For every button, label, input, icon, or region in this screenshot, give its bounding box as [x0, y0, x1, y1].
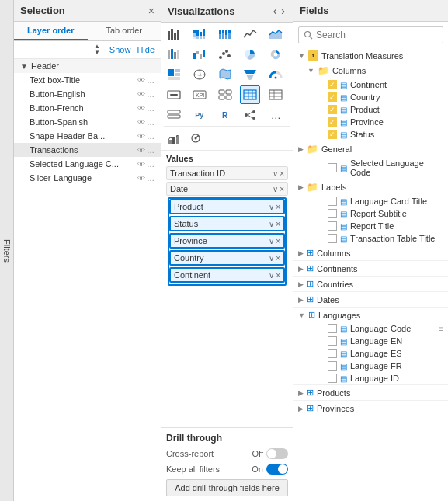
close-icon[interactable]: × [276, 220, 280, 228]
more-icon[interactable]: … [147, 132, 155, 141]
more-icon[interactable]: … [147, 90, 155, 99]
list-item[interactable]: Shape-Header Ba... 👁 … [14, 129, 161, 143]
field-checkbox-report-subtitle[interactable] [328, 209, 337, 218]
value-item-status[interactable]: Status ∨ × [169, 216, 285, 231]
value-item-date[interactable]: Date ∨ × [166, 182, 288, 196]
more-icon[interactable]: … [147, 76, 155, 85]
viz-gauge[interactable] [266, 65, 286, 84]
field-checkbox-report-title[interactable] [328, 221, 337, 231]
tab-layer-order[interactable]: Layer order [14, 22, 88, 40]
field-item-language-code[interactable]: ▤ Language Code ≡ [311, 322, 448, 335]
cross-report-toggle[interactable]: Off [252, 448, 288, 459]
group-header-products[interactable]: ▶ ⊞ Products [293, 385, 448, 400]
field-item-language-es[interactable]: ▤ Language ES [311, 347, 448, 360]
selection-close-button[interactable]: × [148, 5, 155, 16]
viz-stacked-bar[interactable] [189, 25, 210, 43]
eye-icon[interactable]: 👁 [137, 118, 145, 127]
close-icon[interactable]: × [276, 271, 280, 280]
viz-100pct-bar[interactable] [215, 25, 235, 43]
hide-button[interactable]: Hide [137, 45, 155, 54]
arrow-down[interactable]: ▼ [94, 50, 100, 56]
eye-icon[interactable]: 👁 [137, 146, 145, 155]
group-header-general[interactable]: ▶ 📁 General [293, 141, 448, 157]
eye-icon[interactable]: 👁 [137, 104, 145, 113]
folder-header-columns[interactable]: ▼ 📁 Columns [303, 63, 448, 78]
field-item-transaction-table-title[interactable]: ▤ Transaction Table Title [311, 232, 448, 245]
list-item[interactable]: Slicer-Language 👁 … [14, 171, 161, 185]
viz-table[interactable] [240, 85, 260, 104]
field-item-language-en[interactable]: ▤ Language EN [311, 335, 448, 347]
list-item[interactable]: Text box-Title 👁 … [14, 73, 161, 87]
field-checkbox-status[interactable] [328, 130, 337, 139]
chevron-down-icon[interactable]: ∨ [269, 254, 274, 263]
field-item-status[interactable]: ▤ Status [311, 128, 448, 141]
viz-treemap[interactable] [164, 65, 184, 84]
field-item-language-card-title[interactable]: ▤ Language Card Title [311, 195, 448, 207]
viz-multi-row-card[interactable] [215, 85, 235, 104]
field-checkbox-transaction-table-title[interactable] [328, 234, 337, 243]
field-item-language-fr[interactable]: ▤ Language FR [311, 360, 448, 372]
value-item-product[interactable]: Product ∨ × [169, 199, 285, 214]
value-item-province[interactable]: Province ∨ × [169, 233, 285, 249]
nav-left-arrow[interactable]: ‹ [272, 5, 279, 17]
field-checkbox-province[interactable] [328, 117, 337, 127]
list-item[interactable]: Button-French 👁 … [14, 101, 161, 115]
tab-tab-order[interactable]: Tab order [88, 22, 161, 40]
viz-ribbon[interactable] [164, 45, 184, 64]
list-item[interactable]: Selected Language C... 👁 … [14, 157, 161, 171]
viz-filled-map[interactable] [215, 65, 235, 84]
viz-decomp-tree[interactable] [240, 106, 260, 124]
group-header-columns-table[interactable]: ▶ ⊞ Columns [293, 245, 448, 260]
viz-r[interactable]: R [215, 106, 235, 124]
field-item-report-subtitle[interactable]: ▤ Report Subtitle [311, 207, 448, 220]
keep-all-filters-toggle[interactable]: On [252, 464, 288, 475]
chevron-down-icon[interactable]: ∨ [273, 169, 278, 178]
close-icon[interactable]: × [280, 169, 284, 178]
chevron-down-icon[interactable]: ∨ [269, 220, 274, 228]
viz-bar-chart[interactable] [164, 25, 184, 43]
group-header-dates[interactable]: ▶ ⊞ Dates [293, 292, 448, 307]
viz-funnel[interactable] [240, 65, 260, 84]
chevron-down-icon[interactable]: ∨ [269, 237, 274, 245]
close-icon[interactable]: × [276, 203, 280, 211]
viz-waterfall[interactable] [189, 45, 210, 64]
viz-more-visuals[interactable]: … [266, 106, 286, 124]
field-item-province[interactable]: ▤ Province [311, 116, 448, 128]
more-icon[interactable]: … [147, 104, 155, 113]
group-header-languages[interactable]: ▼ ⊞ Languages [293, 308, 448, 322]
eye-icon[interactable]: 👁 [137, 132, 145, 141]
group-header-countries[interactable]: ▶ ⊞ Countries [293, 277, 448, 291]
viz-slicer[interactable] [164, 106, 184, 124]
field-checkbox-language-fr[interactable] [328, 361, 337, 371]
viz-scatter[interactable] [215, 45, 235, 64]
more-icon[interactable]: … [147, 160, 155, 169]
search-input[interactable] [316, 30, 438, 40]
viz-kpi[interactable]: KPI [189, 85, 210, 104]
expand-icon[interactable]: ≡ [439, 325, 443, 333]
viz-format-visual[interactable] [164, 129, 184, 148]
field-item-continent[interactable]: ▤ Continent [311, 78, 448, 91]
viz-analytics[interactable] [186, 129, 206, 148]
field-checkbox-language-card-title[interactable] [328, 197, 337, 206]
chevron-down-icon[interactable]: ∨ [269, 203, 274, 211]
field-checkbox-language-es[interactable] [328, 349, 337, 358]
field-checkbox-language-id[interactable] [328, 374, 337, 383]
viz-python[interactable]: Py [189, 106, 210, 124]
value-item-country[interactable]: Country ∨ × [169, 250, 285, 266]
add-drill-through-button[interactable]: Add drill-through fields here [166, 479, 288, 496]
field-checkbox-selected-language-code[interactable] [328, 163, 337, 172]
field-checkbox-language-code[interactable] [328, 324, 337, 333]
keep-filters-track[interactable] [266, 464, 288, 475]
chevron-down-icon[interactable]: ∨ [269, 271, 274, 280]
more-icon[interactable]: … [147, 118, 155, 127]
group-header-translation-measures[interactable]: ▼ f Translation Measures [293, 48, 448, 63]
viz-area-chart[interactable] [266, 25, 286, 43]
show-button[interactable]: Show [109, 45, 131, 54]
more-icon[interactable]: … [147, 174, 155, 183]
more-icon[interactable]: … [147, 146, 155, 155]
list-item[interactable]: Button-Spanish 👁 … [14, 115, 161, 129]
field-item-selected-language-code[interactable]: ▤ Selected Language Code [311, 157, 448, 179]
close-icon[interactable]: × [276, 237, 280, 245]
eye-icon[interactable]: 👁 [137, 160, 145, 169]
viz-donut[interactable] [266, 45, 286, 64]
